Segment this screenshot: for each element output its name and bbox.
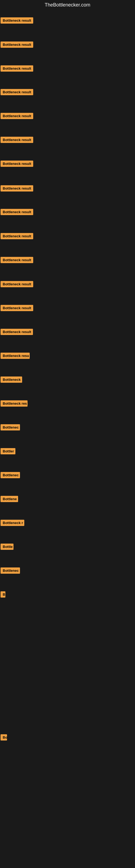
site-title: TheBottlenecker.com xyxy=(0,0,135,10)
bottleneck-item[interactable]: Bottleneck r xyxy=(1,520,24,527)
bottleneck-item[interactable]: Bottleneck result xyxy=(1,329,33,336)
bottleneck-item[interactable]: Bottlenec xyxy=(1,472,20,479)
bottleneck-badge[interactable]: Bottlenec xyxy=(1,567,20,574)
bottleneck-badge[interactable]: Bottleneck resu xyxy=(1,352,30,359)
bottleneck-badge[interactable]: Bottleneck result xyxy=(1,233,33,239)
bottleneck-badge[interactable]: Bottleneck result xyxy=(1,18,33,24)
bottleneck-item[interactable]: Bottleneck xyxy=(1,376,22,384)
bottleneck-item[interactable]: Bottleneck result xyxy=(1,41,33,49)
bottleneck-badge[interactable]: Bottleneck xyxy=(1,376,22,383)
bottleneck-item[interactable]: Bottleneck result xyxy=(1,89,33,96)
bottleneck-badge[interactable]: B xyxy=(1,591,5,597)
bottleneck-item[interactable]: Bottle xyxy=(1,544,13,551)
bottleneck-item[interactable]: Bottleneck result xyxy=(1,305,33,312)
bottleneck-badge[interactable]: Bottleneck result xyxy=(1,305,33,311)
bottleneck-badge[interactable]: Bottleneck r xyxy=(1,520,24,526)
bottleneck-badge[interactable]: Bottleneck result xyxy=(1,89,33,95)
bottleneck-badge[interactable]: Bottleneck result xyxy=(1,209,33,215)
bottleneck-badge[interactable]: Bottlenec xyxy=(1,472,20,478)
bottleneck-badge[interactable]: Bottle xyxy=(1,544,13,550)
bottleneck-item[interactable]: Bottleneck result xyxy=(1,185,33,193)
bottleneck-badge[interactable]: Bottleneck result xyxy=(1,329,33,335)
bottleneck-item[interactable]: B xyxy=(1,591,5,599)
bottleneck-item[interactable]: Bottleneck result xyxy=(1,161,33,168)
bottleneck-item[interactable]: Bottleneck result xyxy=(1,113,33,120)
bottleneck-item[interactable]: Bottleneck result xyxy=(1,233,33,240)
bottleneck-badge[interactable]: Bottleneck result xyxy=(1,257,33,263)
bottleneck-badge[interactable]: Bottleneck result xyxy=(1,161,33,167)
items-container: Bottleneck resultBottleneck resultBottle… xyxy=(0,10,135,867)
bottleneck-item[interactable]: Bottleneck result xyxy=(1,209,33,216)
bottleneck-item[interactable]: Bottleneck result xyxy=(1,257,33,264)
bottleneck-item[interactable]: Bottlenec xyxy=(1,424,20,432)
bottleneck-item[interactable]: Bottlene xyxy=(1,496,18,503)
bottleneck-badge[interactable]: Bottler xyxy=(1,448,15,454)
bottleneck-badge[interactable]: Bo xyxy=(1,734,7,741)
bottleneck-badge[interactable]: Bottleneck result xyxy=(1,113,33,119)
bottleneck-item[interactable]: Bottleneck result xyxy=(1,137,33,144)
bottleneck-badge[interactable]: Bottleneck result xyxy=(1,41,33,48)
bottleneck-item[interactable]: Bo xyxy=(1,734,7,742)
bottleneck-item[interactable]: Bottlenec xyxy=(1,567,20,575)
bottleneck-item[interactable]: Bottler xyxy=(1,448,15,456)
bottleneck-badge[interactable]: Bottleneck result xyxy=(1,185,33,191)
bottleneck-item[interactable]: Bottleneck result xyxy=(1,281,33,288)
bottleneck-badge[interactable]: Bottlene xyxy=(1,496,18,502)
bottleneck-badge[interactable]: Bottleneck result xyxy=(1,137,33,143)
bottleneck-badge[interactable]: Bottlenec xyxy=(1,424,20,431)
bottleneck-badge[interactable]: Bottleneck result xyxy=(1,281,33,287)
site-header: TheBottlenecker.com xyxy=(0,0,135,10)
bottleneck-item[interactable]: Bottleneck resu xyxy=(1,352,30,360)
bottleneck-item[interactable]: Bottleneck result xyxy=(1,65,33,73)
bottleneck-item[interactable]: Bottleneck result xyxy=(1,18,33,25)
bottleneck-item[interactable]: Bottleneck res xyxy=(1,400,28,408)
bottleneck-badge[interactable]: Bottleneck result xyxy=(1,65,33,72)
bottleneck-badge[interactable]: Bottleneck res xyxy=(1,400,28,407)
